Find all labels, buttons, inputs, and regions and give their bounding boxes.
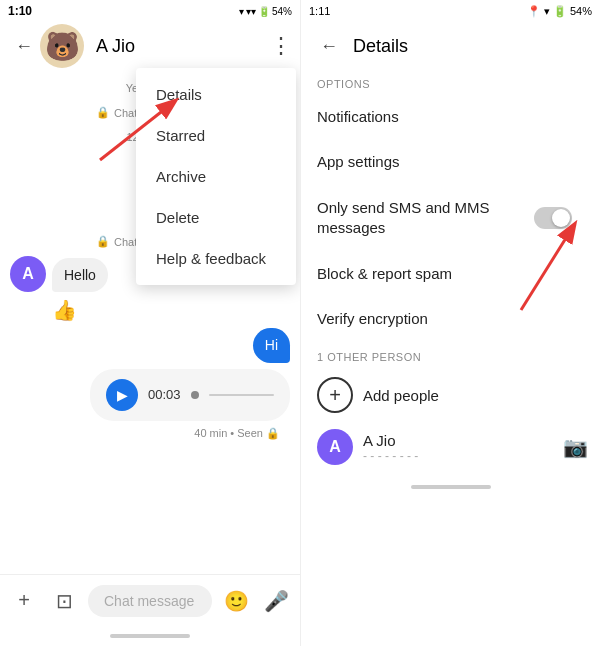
- chat-placeholder: Chat message: [104, 593, 194, 609]
- audio-progress-dot: [191, 391, 199, 399]
- menu-item-starred[interactable]: Starred: [136, 115, 296, 156]
- right-status-bar: 1:11 📍 ▾ 🔋 54%: [301, 0, 600, 22]
- right-page-title: Details: [353, 36, 408, 57]
- menu-item-details[interactable]: Details: [136, 74, 296, 115]
- contact-row[interactable]: A A Jio - - - - - - - - 📷: [317, 421, 600, 473]
- right-panel: 1:11 📍 ▾ 🔋 54% ← Details OPTIONS Notific…: [300, 0, 600, 646]
- people-section-label: 1 OTHER PERSON: [317, 351, 600, 363]
- options-section-label: OPTIONS: [317, 78, 600, 90]
- left-top-bar: ← 🐻 A Jio ⋮: [0, 22, 300, 70]
- overflow-menu-button[interactable]: ⋮: [270, 33, 292, 59]
- gif-button[interactable]: ⊡: [48, 585, 80, 617]
- add-people-row[interactable]: + Add people: [317, 369, 600, 421]
- option-app-settings[interactable]: App settings: [317, 139, 600, 184]
- location-icon: 📍: [527, 5, 541, 17]
- bear-avatar: 🐻: [40, 24, 84, 68]
- chat-title: A Jio: [96, 36, 270, 57]
- camera-icon-button[interactable]: 📷: [563, 435, 588, 459]
- lock-icon-2: 🔒: [96, 235, 110, 248]
- contact-subtext: - - - - - - - -: [363, 449, 418, 463]
- people-section: 1 OTHER PERSON + Add people A A Jio - - …: [301, 345, 600, 477]
- sms-mms-toggle[interactable]: [534, 207, 572, 229]
- home-bar: [110, 634, 190, 638]
- back-button[interactable]: ←: [8, 30, 40, 62]
- mic-button[interactable]: 🎤: [260, 585, 292, 617]
- home-indicator: [0, 626, 300, 646]
- right-top-bar: ← Details: [301, 22, 600, 70]
- wifi-icon: ▾: [239, 6, 244, 17]
- back-icon: ←: [15, 36, 33, 57]
- menu-item-delete[interactable]: Delete: [136, 197, 296, 238]
- left-status-icons: ▾ ▾▾ 🔋 54%: [239, 6, 292, 17]
- chat-message-input[interactable]: Chat message: [88, 585, 212, 617]
- add-people-label: Add people: [363, 387, 439, 404]
- signal-icon: ▾▾: [246, 6, 256, 17]
- right-back-icon: ←: [320, 36, 338, 57]
- battery-icon: 🔋: [258, 6, 270, 17]
- bubble-hello: Hello: [52, 258, 108, 292]
- right-home-indicator: [301, 477, 600, 497]
- audio-message-row: ▶ 00:03: [10, 369, 290, 421]
- lock-icon-1: 🔒: [96, 106, 110, 119]
- option-block-spam[interactable]: Block & report spam: [317, 251, 600, 296]
- left-status-bar: 1:10 ▾ ▾▾ 🔋 54%: [0, 0, 300, 22]
- audio-player[interactable]: ▶ 00:03: [90, 369, 290, 421]
- emoji-thumbs-up: 👍: [52, 298, 290, 322]
- option-sms-mms[interactable]: Only send SMS and MMS messages: [317, 184, 600, 251]
- right-battery-pct: 54%: [570, 5, 592, 17]
- menu-item-archive[interactable]: Archive: [136, 156, 296, 197]
- right-wifi-icon: ▾: [544, 5, 550, 17]
- option-verify-encryption[interactable]: Verify encryption: [317, 296, 600, 341]
- bubble-hi-reply: Hi: [253, 328, 290, 362]
- toggle-knob: [552, 209, 570, 227]
- left-time: 1:10: [8, 4, 32, 18]
- menu-item-help[interactable]: Help & feedback: [136, 238, 296, 279]
- add-people-icon: +: [317, 377, 353, 413]
- chat-input-area: + ⊡ Chat message 🙂 🎤: [0, 574, 300, 626]
- options-section: OPTIONS Notifications App settings Only …: [301, 70, 600, 345]
- right-battery-icon: 🔋: [553, 5, 567, 17]
- option-notifications[interactable]: Notifications: [317, 94, 600, 139]
- add-attachment-button[interactable]: +: [8, 585, 40, 617]
- left-panel: 1:10 ▾ ▾▾ 🔋 54% ← 🐻 A Jio ⋮ Details Star…: [0, 0, 300, 646]
- audio-progress-line: [209, 394, 274, 396]
- emoji-button[interactable]: 🙂: [220, 585, 252, 617]
- play-button[interactable]: ▶: [106, 379, 138, 411]
- dropdown-menu: Details Starred Archive Delete Help & fe…: [136, 68, 296, 285]
- right-home-bar: [411, 485, 491, 489]
- seen-label: 40 min • Seen 🔒: [10, 427, 280, 440]
- menu-dots-icon: ⋮: [270, 33, 292, 59]
- sent-hi-reply: Hi: [10, 328, 290, 362]
- contact-avatar: A: [317, 429, 353, 465]
- avatar-a: A: [10, 256, 46, 292]
- right-time: 1:11: [309, 5, 330, 17]
- right-back-button[interactable]: ←: [313, 30, 345, 62]
- audio-time: 00:03: [148, 387, 181, 402]
- right-status-icons: 📍 ▾ 🔋 54%: [527, 5, 592, 18]
- battery-pct: 54%: [272, 6, 292, 17]
- contact-name: A Jio: [363, 432, 418, 449]
